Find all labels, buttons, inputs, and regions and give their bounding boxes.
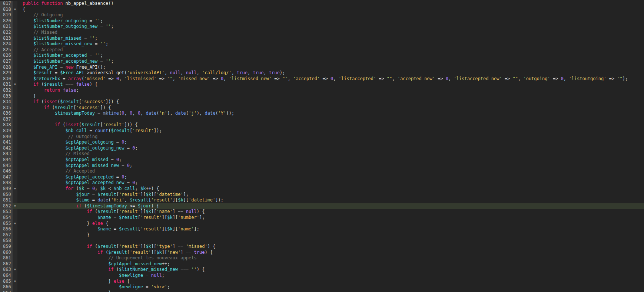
- editor-row: 828$Free_API = new Free_API();: [0, 65, 644, 70]
- line-number: 860: [0, 250, 13, 256]
- line-number: 861: [0, 255, 13, 261]
- line-number: 842: [0, 145, 13, 151]
- fold-arrow-icon[interactable]: ▼: [13, 279, 17, 285]
- fold-margin: [13, 197, 17, 203]
- code-line[interactable]: $name = $result['result'][$k]['number'];: [17, 215, 644, 221]
- editor-row: 846// Accepted: [0, 168, 644, 174]
- fold-margin: [13, 36, 17, 42]
- fold-arrow-icon[interactable]: ▼: [13, 82, 17, 88]
- code-line[interactable]: if ($result['success']) {: [17, 105, 644, 111]
- fold-margin: [13, 209, 17, 215]
- code-line[interactable]: $listNumber_outgoing = '';: [17, 18, 644, 24]
- fold-arrow-icon[interactable]: ▼: [13, 221, 17, 227]
- editor-row-current: 852▼if ($timestampToday <= $jour) {: [0, 203, 644, 209]
- code-line[interactable]: {: [17, 7, 644, 13]
- editor-row: 863▼if ($listNumber_missed_new === '') {: [0, 267, 644, 273]
- editor-row: 830$retourFbx = array('missed' => 0, 'li…: [0, 76, 644, 82]
- line-number: 829: [0, 70, 13, 76]
- editor-row: 825// Accepted: [0, 47, 644, 53]
- line-number: 827: [0, 59, 13, 65]
- code-line[interactable]: // Uniquement les nouveaux appels: [17, 255, 644, 261]
- line-number: 836: [0, 111, 13, 117]
- code-line[interactable]: $listNumber_outgoing_new = '';: [17, 24, 644, 30]
- code-line[interactable]: [17, 117, 644, 122]
- line-number: 839: [0, 128, 13, 134]
- code-line[interactable]: if ($result === false) {: [17, 82, 644, 88]
- code-line[interactable]: $cptAppel_missed = 0;: [17, 157, 644, 163]
- fold-arrow-icon[interactable]: ▼: [13, 7, 17, 13]
- code-line[interactable]: $nb_call = count($result['result']);: [17, 128, 644, 134]
- fold-margin: [13, 180, 17, 186]
- code-line[interactable]: $time = date('H:i', $result['result'][$k…: [17, 197, 644, 203]
- code-line[interactable]: $jour = $result['result'][$k]['datetime'…: [17, 192, 644, 198]
- code-line[interactable]: $cptAppel_accepted = 0;: [17, 174, 644, 180]
- code-line[interactable]: }: [17, 93, 644, 99]
- code-line[interactable]: $newligne = null;: [17, 273, 644, 279]
- fold-margin: [13, 76, 17, 82]
- fold-arrow-icon[interactable]: ▼: [13, 267, 17, 273]
- code-line[interactable]: } else {: [17, 221, 644, 227]
- code-line[interactable]: }: [17, 290, 644, 292]
- code-line[interactable]: // Outgoing: [17, 134, 644, 140]
- code-line[interactable]: $cptAppel_outgoing = 0;: [17, 140, 644, 145]
- code-line[interactable]: public function nb_appel_absence(): [17, 1, 644, 7]
- code-line[interactable]: if (isset($result['success'])) {: [17, 99, 644, 105]
- code-line[interactable]: $timestampToday = mktime(0, 0, 0, date('…: [17, 111, 644, 117]
- line-number: 846: [0, 168, 13, 174]
- code-line[interactable]: $cptAppel_missed_new++;: [17, 261, 644, 267]
- fold-margin: [13, 250, 17, 256]
- editor-row: 829$result = $Free_API->universal_get('u…: [0, 70, 644, 76]
- line-number: 837: [0, 117, 13, 122]
- code-line[interactable]: $result = $Free_API->universal_get('univ…: [17, 70, 644, 76]
- code-line[interactable]: if (isset($result['result'])) {: [17, 122, 644, 128]
- fold-arrow-icon[interactable]: ▼: [13, 203, 17, 209]
- code-line[interactable]: $listNumber_missed_new = '';: [17, 41, 644, 47]
- code-line[interactable]: return false;: [17, 88, 644, 93]
- code-line[interactable]: $newligne = '<br>';: [17, 284, 644, 290]
- code-line[interactable]: $listNumber_accepted_new = '';: [17, 59, 644, 65]
- code-line[interactable]: $listNumber_missed = '';: [17, 36, 644, 42]
- code-line[interactable]: $cptAppel_outgoing_new = 0;: [17, 145, 644, 151]
- line-number: 849: [0, 186, 13, 192]
- code-line[interactable]: $cptAppel_missed_new = 0;: [17, 163, 644, 169]
- line-number: 841: [0, 140, 13, 145]
- editor-row: 859if ($result['result'][$k]['type'] == …: [0, 244, 644, 250]
- code-line[interactable]: // Outgoing: [17, 12, 644, 18]
- editor-row: 834if (isset($result['success'])) {: [0, 99, 644, 105]
- code-line[interactable]: // Accepted: [17, 47, 644, 53]
- line-number: 862: [0, 261, 13, 267]
- code-line[interactable]: if ($result['result'][$k]['name'] == nul…: [17, 209, 644, 215]
- code-line[interactable]: for ($k = 0; $k < $nb_call; $k++) {: [17, 186, 644, 192]
- code-line[interactable]: if ($result['result'][$k]['type'] == 'mi…: [17, 244, 644, 250]
- code-line[interactable]: // Missed: [17, 30, 644, 36]
- code-line[interactable]: $name = $result['result'][$k]['name'];: [17, 226, 644, 232]
- editor-row: 838if (isset($result['result'])) {: [0, 122, 644, 128]
- code-line[interactable]: [17, 238, 644, 244]
- line-number: 865: [0, 279, 13, 285]
- code-line[interactable]: $cptAppel_accepted_new = 0;: [17, 180, 644, 186]
- line-number: 824: [0, 41, 13, 47]
- fold-arrow-icon[interactable]: ▼: [13, 186, 17, 192]
- editor-row: 850$jour = $result['result'][$k]['dateti…: [0, 192, 644, 198]
- fold-margin: [13, 134, 17, 140]
- fold-margin: [13, 255, 17, 261]
- code-editor[interactable]: 817public function nb_appel_absence()818…: [0, 0, 644, 292]
- code-line[interactable]: }: [17, 232, 644, 238]
- line-number: 831: [0, 82, 13, 88]
- code-line[interactable]: $listNumber_accepted = '';: [17, 53, 644, 59]
- code-line[interactable]: // Accepted: [17, 168, 644, 174]
- code-line[interactable]: // Missed: [17, 151, 644, 157]
- code-line[interactable]: $Free_API = new Free_API();: [17, 65, 644, 70]
- fold-margin: [13, 151, 17, 157]
- code-line[interactable]: if ($timestampToday <= $jour) {: [17, 203, 644, 209]
- editor-row: 842$cptAppel_outgoing_new = 0;: [0, 145, 644, 151]
- code-line[interactable]: $retourFbx = array('missed' => 0, 'listm…: [17, 76, 644, 82]
- editor-row: 821$listNumber_outgoing_new = '';: [0, 24, 644, 30]
- editor-row: 841$cptAppel_outgoing = 0;: [0, 140, 644, 145]
- line-number: 864: [0, 273, 13, 279]
- fold-margin: [13, 24, 17, 30]
- code-line[interactable]: if ($result['result'][$k]['new'] == true…: [17, 250, 644, 256]
- editor-row: 833}: [0, 93, 644, 99]
- code-line[interactable]: if ($listNumber_missed_new === '') {: [17, 267, 644, 273]
- code-line[interactable]: } else {: [17, 279, 644, 285]
